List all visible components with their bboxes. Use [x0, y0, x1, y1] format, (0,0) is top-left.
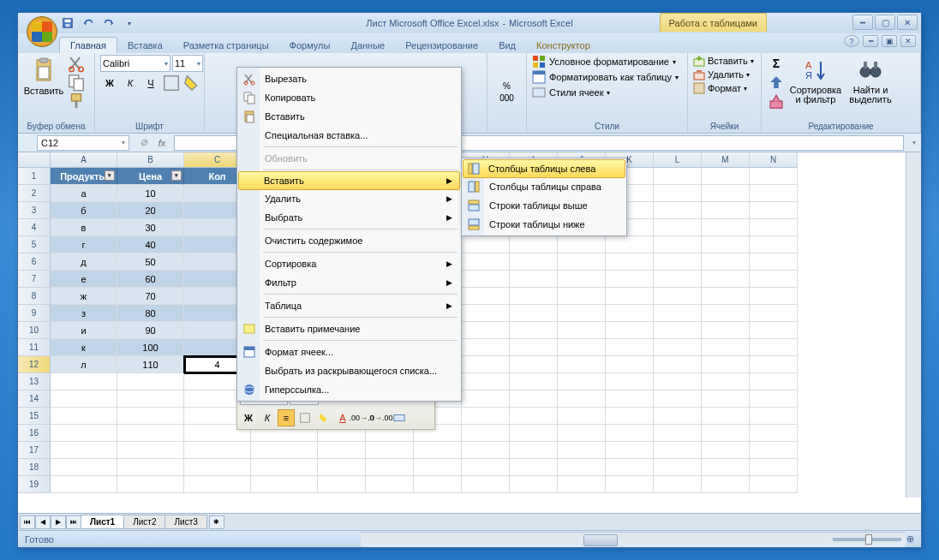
- cell[interactable]: [654, 185, 702, 202]
- cell[interactable]: [702, 408, 750, 425]
- paste-button[interactable]: Вставить: [23, 55, 64, 98]
- cell[interactable]: [750, 168, 798, 185]
- cell[interactable]: [510, 425, 558, 442]
- cell[interactable]: [750, 288, 798, 305]
- doc-minimize-button[interactable]: ━: [863, 35, 878, 47]
- cell[interactable]: [606, 425, 654, 442]
- vertical-scrollbar[interactable]: [906, 152, 921, 497]
- cell[interactable]: [702, 168, 750, 185]
- cell[interactable]: [750, 459, 798, 476]
- cell[interactable]: г: [51, 236, 117, 253]
- cell[interactable]: [750, 322, 798, 339]
- cell[interactable]: [702, 305, 750, 322]
- cell[interactable]: [750, 442, 798, 459]
- cell[interactable]: [750, 253, 798, 271]
- cell[interactable]: [462, 408, 510, 425]
- row-header[interactable]: 14: [18, 390, 51, 408]
- format-cells-button[interactable]: Формат▾: [693, 82, 747, 94]
- cell[interactable]: [702, 236, 750, 253]
- redo-icon[interactable]: [100, 15, 117, 32]
- cell[interactable]: [654, 408, 702, 425]
- row-header[interactable]: 10: [18, 322, 51, 339]
- cell[interactable]: [117, 442, 184, 459]
- cell[interactable]: 50: [117, 253, 184, 271]
- cell[interactable]: [510, 236, 558, 253]
- cell[interactable]: [606, 459, 654, 476]
- cell[interactable]: [51, 390, 117, 408]
- cell[interactable]: Цена▾: [117, 168, 184, 185]
- row-header[interactable]: 7: [18, 271, 51, 288]
- menu-item[interactable]: Специальная вставка...: [239, 126, 459, 145]
- cell[interactable]: [654, 425, 702, 442]
- cell[interactable]: [654, 373, 702, 390]
- next-sheet-button[interactable]: ▶: [51, 515, 66, 529]
- name-box[interactable]: C12▾: [37, 135, 129, 151]
- autosum-icon[interactable]: Σ: [767, 55, 786, 72]
- cell[interactable]: [117, 373, 184, 390]
- cell[interactable]: [184, 459, 251, 476]
- cell[interactable]: [558, 425, 606, 442]
- zoom-in-button[interactable]: ⊕: [906, 533, 914, 545]
- cell[interactable]: [606, 442, 654, 459]
- cell[interactable]: [654, 236, 702, 253]
- office-button[interactable]: [27, 16, 57, 47]
- find-select-button[interactable]: Найти и выделить: [846, 55, 895, 106]
- row-header[interactable]: 2: [18, 185, 51, 202]
- cell[interactable]: [702, 373, 750, 390]
- cell[interactable]: [462, 339, 510, 356]
- cell[interactable]: [654, 459, 702, 476]
- row-header[interactable]: 4: [18, 219, 51, 236]
- submenu-item[interactable]: Строки таблицы ниже: [464, 215, 625, 234]
- row-header[interactable]: 15: [18, 408, 51, 425]
- last-sheet-button[interactable]: ⏭: [66, 515, 81, 529]
- fill-color-icon[interactable]: [182, 74, 201, 92]
- cell[interactable]: а: [51, 185, 117, 202]
- cell[interactable]: [702, 322, 750, 339]
- cell[interactable]: 70: [117, 288, 184, 305]
- font-size-combo[interactable]: 11▾: [172, 55, 203, 72]
- cell[interactable]: [606, 236, 654, 253]
- cell[interactable]: 40: [117, 236, 184, 253]
- cut-icon[interactable]: [67, 55, 86, 72]
- cell[interactable]: [366, 476, 414, 493]
- row-header[interactable]: 8: [18, 288, 51, 305]
- cell[interactable]: [654, 339, 702, 356]
- doc-restore-button[interactable]: ▣: [882, 35, 897, 47]
- cell[interactable]: [51, 476, 117, 493]
- cell[interactable]: [606, 339, 654, 356]
- cell[interactable]: [510, 253, 558, 271]
- sheet-tab[interactable]: Лист2: [123, 515, 165, 529]
- fill-icon[interactable]: [767, 74, 786, 91]
- cancel-formula-icon[interactable]: ⊘: [135, 135, 152, 151]
- cell[interactable]: и: [51, 322, 117, 339]
- row-header[interactable]: 5: [18, 236, 51, 253]
- cell[interactable]: [318, 459, 366, 476]
- cell[interactable]: [462, 476, 510, 493]
- menu-item[interactable]: Очистить содержимое: [239, 231, 459, 250]
- cell[interactable]: [606, 322, 654, 339]
- cell[interactable]: к: [51, 339, 117, 356]
- cell[interactable]: [462, 305, 510, 322]
- font-combo[interactable]: Calibri▾: [100, 55, 170, 72]
- select-all-corner[interactable]: [18, 152, 51, 168]
- cell[interactable]: [750, 425, 798, 442]
- menu-item[interactable]: Выбрать▶: [239, 208, 459, 227]
- col-header-A[interactable]: A: [51, 152, 117, 168]
- cell[interactable]: е: [51, 271, 117, 288]
- cell[interactable]: [750, 202, 798, 219]
- cell[interactable]: [414, 442, 462, 459]
- cell[interactable]: [606, 288, 654, 305]
- cell[interactable]: [558, 442, 606, 459]
- cell[interactable]: [414, 476, 462, 493]
- cell[interactable]: [750, 271, 798, 288]
- undo-icon[interactable]: [80, 15, 97, 32]
- cell[interactable]: [117, 476, 184, 493]
- row-header[interactable]: 9: [18, 305, 51, 322]
- tab-Конструктор[interactable]: Конструктор: [526, 38, 601, 53]
- cell[interactable]: [251, 442, 318, 459]
- italic-mini-button[interactable]: К: [259, 409, 276, 426]
- prev-sheet-button[interactable]: ◀: [35, 515, 51, 529]
- cell[interactable]: [654, 253, 702, 271]
- menu-item[interactable]: Вставить▶: [238, 171, 460, 190]
- delete-cells-button[interactable]: Удалить▾: [693, 69, 750, 80]
